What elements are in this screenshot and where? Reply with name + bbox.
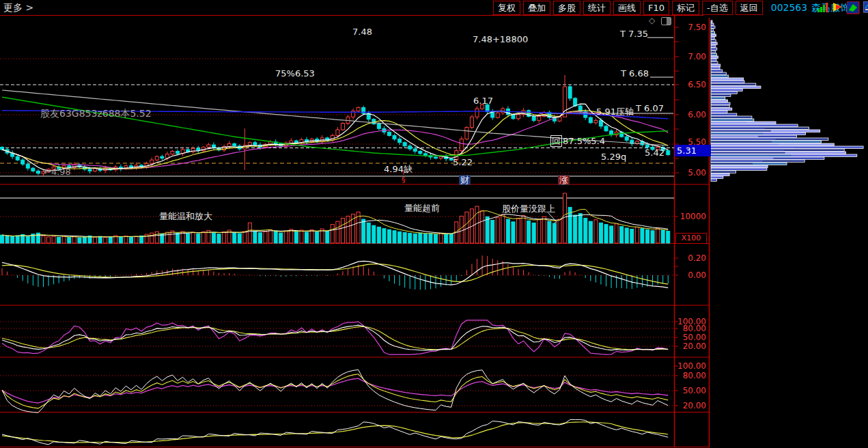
diamond-icon[interactable]: ◇ [649,16,655,25]
stock-code: 002563 [771,2,807,13]
annotation-20: 量能超前 [404,204,440,212]
annotation-3: T 7.35 [620,29,648,38]
price-axis-label-5.00: 5.00 [676,169,706,177]
annotation-4: 75%6.53 [275,69,315,78]
toolbar-button-6[interactable]: F10 [643,1,669,15]
candlestick-series [1,75,670,176]
toolbar-button-8[interactable]: -自选 [702,1,733,15]
annotation-2: 7.48+18800 [473,35,528,44]
macd-pane [2,255,668,290]
annotation-15: ←4.98 [44,167,71,176]
stock-chart-app: 更多 > 复权叠加多股统计画线F10标记-自选返回002563森马服饰 ◇ 7.… [0,0,868,448]
last-price-badge: 5.31 [675,145,711,156]
annotation-5: T 6.68 [621,69,649,78]
annotation-16: § [402,176,406,184]
volume-pane [1,193,670,243]
annotation-19: 量能温和放大 [159,212,212,221]
rsi-axis-label-50.00: 50.00 [676,387,706,395]
restore-window-icon[interactable] [661,17,671,25]
toolbar-icons [817,1,868,17]
more-menu[interactable]: 更多 > [3,2,33,14]
toolbar-button-3[interactable]: 多股 [553,1,580,15]
volume-bars-icon[interactable] [817,1,828,17]
kdj-axis-label-80.00: 80.00 [676,324,706,333]
kdj-pane [2,320,668,354]
toolbar-button-7[interactable]: 标记 [672,1,699,15]
rsi-axis-label-100.00: 100.00 [676,362,706,370]
annotation-11: 5.29q [601,152,626,161]
annotation-9: T 6.07 [636,104,664,113]
kdj-axis-label-20.00: 20.00 [676,342,706,350]
window-chart-icon[interactable] [863,1,868,17]
chart-canvas[interactable] [0,0,868,448]
price-axis-label-6.00: 6.00 [676,111,706,119]
toolbar-button-9[interactable]: 返回 [736,1,763,15]
volume-profile [711,20,863,181]
annotation-21: 股价量没跟上 [502,204,555,213]
annotation-13: 5.22 [453,158,473,167]
toolbar-button-2[interactable]: 叠加 [523,1,550,15]
toolbar-button-1[interactable]: 复权 [493,1,520,15]
rsi-pane [2,369,668,412]
annotation-7: 股友63G853z688本5.52 [40,109,152,118]
annotation-1: 7.48 [352,27,372,36]
volume-unit-label: X100 [675,233,707,244]
annotation-18: 涨 [558,175,570,185]
price-axis-label-6.50: 6.50 [676,81,706,89]
annotation-8: 5.91压轴 [596,107,634,116]
toolbar-button-4[interactable]: 统计 [583,1,611,15]
price-axis-label-7.50: 7.50 [676,23,706,31]
annotation-12: 5.42 [645,148,664,157]
toolbar-button-5[interactable]: 画线 [613,1,641,15]
active-chart-icon[interactable] [847,1,860,17]
trend-arrow-icon[interactable] [832,1,843,17]
ma-overlays [2,90,668,171]
macd-axis-label-0.00: 0.00 [676,271,706,279]
macd-axis-label-0.20: 0.20 [676,254,706,262]
annotation-17: 财 [459,175,471,185]
price-axis-label-7.00: 7.00 [676,53,706,61]
boxed-marker: 回 [550,135,562,147]
annotation-14: 4.94缺 [384,165,412,173]
annotation-6: 6.17 [473,96,493,105]
kdj-axis-label-50.00: 50.00 [676,333,706,341]
volume-axis-label: 10000 [676,212,706,221]
toolbar: 复权叠加多股统计画线F10标记-自选返回002563森马服饰 [493,1,850,15]
rsi-axis-label-80.00: 80.00 [676,372,706,380]
annotation-10: 回87.5%5.4 [550,137,605,145]
rsi-axis-label-20.00: 20.00 [676,402,706,410]
bottom-indicator-pane [2,419,668,445]
